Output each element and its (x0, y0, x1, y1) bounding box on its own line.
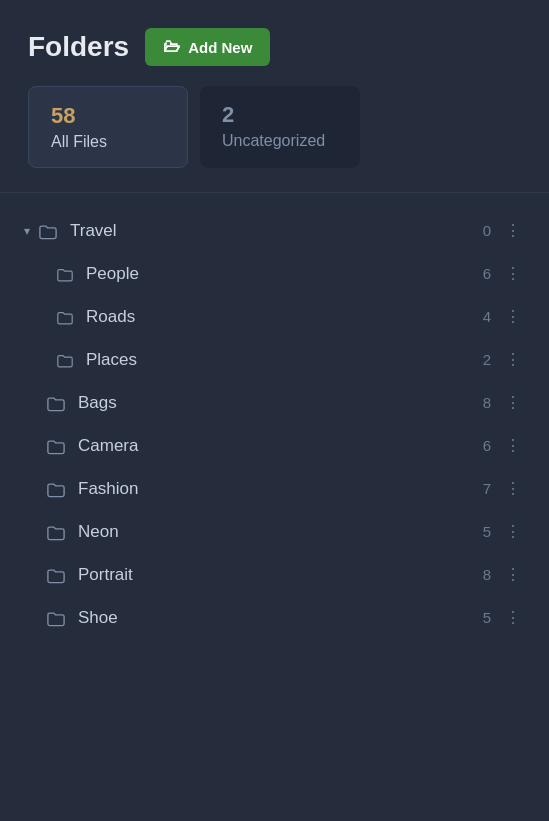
folder-item-fashion[interactable]: Fashion 7 ⋮ (12, 467, 537, 510)
folder-icon-travel (38, 222, 58, 240)
folder-count-fashion: 7 (475, 480, 491, 497)
folder-count-shoe: 5 (475, 609, 491, 626)
folder-item-shoe[interactable]: Shoe 5 ⋮ (12, 596, 537, 639)
section-divider (0, 192, 549, 193)
page-header: Folders 🗁 Add New (0, 0, 549, 86)
all-files-card[interactable]: 58 All Files (28, 86, 188, 168)
folder-item-roads[interactable]: Roads 4 ⋮ (12, 295, 537, 338)
more-options-travel[interactable]: ⋮ (501, 219, 525, 242)
folder-add-icon: 🗁 (163, 37, 180, 57)
more-options-portrait[interactable]: ⋮ (501, 563, 525, 586)
folder-name-travel: Travel (70, 221, 475, 241)
folder-name-fashion: Fashion (78, 479, 475, 499)
more-options-camera[interactable]: ⋮ (501, 434, 525, 457)
uncategorized-count: 2 (222, 102, 338, 128)
folder-name-bags: Bags (78, 393, 475, 413)
folder-icon-people (56, 266, 74, 282)
add-new-button[interactable]: 🗁 Add New (145, 28, 270, 66)
folder-count-roads: 4 (475, 308, 491, 325)
folder-icon-places (56, 352, 74, 368)
chevron-down-icon: ▾ (24, 224, 30, 238)
more-options-bags[interactable]: ⋮ (501, 391, 525, 414)
folder-name-shoe: Shoe (78, 608, 475, 628)
folder-icon-bags (46, 394, 66, 412)
folder-icon-camera (46, 437, 66, 455)
more-options-neon[interactable]: ⋮ (501, 520, 525, 543)
folder-icon-neon (46, 523, 66, 541)
all-files-count: 58 (51, 103, 165, 129)
folder-count-travel: 0 (475, 222, 491, 239)
folder-list: ▾ Travel 0 ⋮ People 6 ⋮ Roads 4 ⋮ Places… (0, 201, 549, 647)
folder-icon-portrait (46, 566, 66, 584)
folder-item-neon[interactable]: Neon 5 ⋮ (12, 510, 537, 553)
folder-count-neon: 5 (475, 523, 491, 540)
folder-item-places[interactable]: Places 2 ⋮ (12, 338, 537, 381)
folder-name-roads: Roads (86, 307, 475, 327)
folder-icon-shoe (46, 609, 66, 627)
folder-item-camera[interactable]: Camera 6 ⋮ (12, 424, 537, 467)
folder-count-bags: 8 (475, 394, 491, 411)
all-files-label: All Files (51, 133, 165, 151)
folder-name-places: Places (86, 350, 475, 370)
page-title: Folders (28, 31, 129, 63)
folder-name-camera: Camera (78, 436, 475, 456)
more-options-shoe[interactable]: ⋮ (501, 606, 525, 629)
folder-item-people[interactable]: People 6 ⋮ (12, 252, 537, 295)
folder-count-people: 6 (475, 265, 491, 282)
more-options-roads[interactable]: ⋮ (501, 305, 525, 328)
stat-cards-row: 58 All Files 2 Uncategorized (0, 86, 549, 192)
folder-count-portrait: 8 (475, 566, 491, 583)
uncategorized-card[interactable]: 2 Uncategorized (200, 86, 360, 168)
more-options-people[interactable]: ⋮ (501, 262, 525, 285)
add-new-label: Add New (188, 39, 252, 56)
more-options-places[interactable]: ⋮ (501, 348, 525, 371)
folder-item-portrait[interactable]: Portrait 8 ⋮ (12, 553, 537, 596)
folder-name-people: People (86, 264, 475, 284)
more-options-fashion[interactable]: ⋮ (501, 477, 525, 500)
folder-name-neon: Neon (78, 522, 475, 542)
folder-name-portrait: Portrait (78, 565, 475, 585)
uncategorized-label: Uncategorized (222, 132, 338, 150)
folder-item-travel[interactable]: ▾ Travel 0 ⋮ (12, 209, 537, 252)
folder-count-camera: 6 (475, 437, 491, 454)
folder-count-places: 2 (475, 351, 491, 368)
folder-icon-fashion (46, 480, 66, 498)
folder-item-bags[interactable]: Bags 8 ⋮ (12, 381, 537, 424)
folder-icon-roads (56, 309, 74, 325)
